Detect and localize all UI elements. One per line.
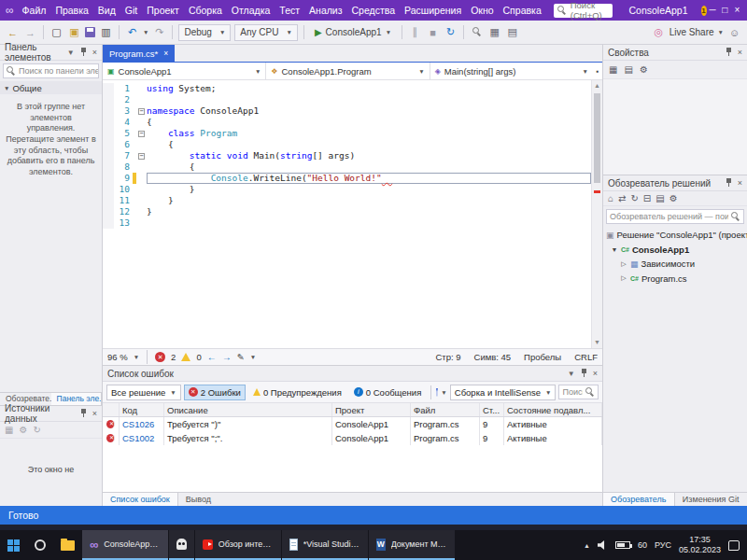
code-line-9[interactable]: 9 Console.WriteLine("Hello World!"	[103, 173, 591, 184]
fold-margin[interactable]: −	[136, 105, 147, 117]
platform-dropdown[interactable]: Any CPU ▼	[234, 24, 298, 41]
breakpoint-margin[interactable]	[103, 94, 114, 105]
breakpoint-margin[interactable]	[103, 195, 114, 206]
chevron-down-icon[interactable]: ▼	[568, 370, 575, 378]
code-line-11[interactable]: 11 }	[103, 195, 591, 206]
error-count[interactable]: 2	[171, 352, 176, 362]
breakpoint-margin[interactable]	[103, 105, 114, 117]
save-all-icon[interactable]: ▥	[99, 26, 113, 38]
split-window-handle[interactable]: ▪	[593, 63, 602, 79]
fold-margin[interactable]: −	[136, 128, 147, 139]
menu-tools[interactable]: Средства	[347, 2, 401, 19]
undo-dropdown-icon[interactable]: ▼	[143, 29, 148, 35]
tab-output[interactable]: Вывод	[178, 493, 218, 506]
breakpoint-margin[interactable]	[103, 184, 114, 195]
property-pages-icon[interactable]: ⚙	[640, 64, 648, 75]
code-text[interactable]: {	[147, 139, 591, 150]
taskbar-app-youtube[interactable]: Обзор интегриров...	[195, 530, 281, 560]
menu-view[interactable]: Вид	[93, 2, 120, 19]
code-text[interactable]: Console.WriteLine("Hello World!"	[147, 173, 591, 184]
code-line-7[interactable]: 7− static void Main(string[] args)	[103, 150, 591, 161]
error-code[interactable]: CS1026	[120, 417, 164, 431]
code-line-12[interactable]: 12}	[103, 206, 591, 217]
minimize-button[interactable]: ─	[707, 0, 719, 21]
code-line-5[interactable]: 5− class Program	[103, 128, 591, 139]
open-file-icon[interactable]: ▣	[67, 26, 81, 38]
pin-icon[interactable]	[580, 369, 588, 378]
home-icon[interactable]: ⌂	[608, 193, 613, 203]
breakpoint-margin[interactable]	[103, 83, 114, 94]
collapse-all-icon[interactable]: ⊟	[643, 193, 651, 203]
close-tab-icon[interactable]: ×	[163, 49, 168, 58]
pin-icon[interactable]	[725, 178, 733, 188]
expanded-chevron-icon[interactable]: ▼	[611, 246, 618, 253]
column-file[interactable]: Файл	[411, 403, 480, 416]
show-hidden-icons-chevron[interactable]: ▲	[584, 542, 590, 549]
pin-icon[interactable]	[79, 409, 88, 418]
code-line-8[interactable]: 8 {	[103, 161, 591, 173]
pin-icon[interactable]	[725, 48, 733, 57]
tab-program-cs[interactable]: Program.cs* ×	[103, 45, 175, 62]
fold-margin[interactable]: −	[136, 150, 147, 161]
start-button[interactable]	[0, 530, 27, 560]
live-share-label[interactable]: Live Share	[669, 27, 714, 37]
code-text[interactable]: static void Main(string[] args)	[147, 150, 591, 161]
errors-filter-button[interactable]: ✕ 2 Ошибки	[184, 385, 246, 400]
categorized-icon[interactable]: ▦	[609, 64, 617, 75]
code-line-3[interactable]: 3−namespace ConsoleApp1	[103, 105, 591, 117]
code-text[interactable]: }	[147, 184, 591, 195]
code-line-6[interactable]: 6 {	[103, 139, 591, 150]
menu-extensions[interactable]: Расширения	[400, 2, 466, 19]
error-search-input[interactable]: Поиск по списку ошибо	[558, 385, 599, 399]
solution-scope-icon[interactable]: ▦	[487, 26, 501, 38]
code-line-2[interactable]: 2	[103, 94, 591, 105]
code-text[interactable]	[147, 94, 591, 105]
find-in-files-icon[interactable]	[470, 27, 484, 38]
code-line-4[interactable]: 4{	[103, 117, 591, 128]
menu-file[interactable]: Файл	[18, 2, 51, 19]
status-spaces[interactable]: Пробелы	[524, 352, 561, 362]
live-share-icon[interactable]: ◎	[652, 26, 666, 38]
editor-vertical-scrollbar[interactable]: ▲ ▼	[591, 80, 602, 348]
breadcrumb-type-dropdown[interactable]: ❖ ConsoleApp1.Program ▼	[266, 63, 430, 79]
source-dropdown[interactable]: Сборка и IntelliSense ▼	[450, 385, 557, 400]
file-explorer-button[interactable]	[53, 530, 82, 560]
collapse-region-icon[interactable]: −	[138, 153, 145, 160]
breakpoint-margin[interactable]	[103, 217, 114, 229]
scroll-down-icon[interactable]: ▼	[592, 337, 602, 348]
taskbar-app-word[interactable]: W Документ Microso...	[369, 530, 455, 560]
collapse-region-icon[interactable]: −	[138, 131, 145, 137]
maximize-button[interactable]: □	[719, 0, 731, 21]
error-code[interactable]: CS1002	[120, 431, 164, 445]
properties-icon[interactable]: ⚙	[669, 193, 678, 203]
switch-views-icon[interactable]: ⇄	[618, 193, 626, 203]
configure-icon[interactable]: ⚙	[19, 425, 27, 435]
refresh-icon[interactable]: ↻	[33, 425, 40, 435]
error-row[interactable]: ✕ CS1002 Требуется ";". ConsoleApp1 Prog…	[103, 431, 602, 445]
code-line-13[interactable]: 13	[103, 217, 591, 229]
column-severity[interactable]	[103, 403, 120, 416]
code-editor[interactable]: 1using System;23−namespace ConsoleApp14{…	[103, 80, 602, 348]
tab-solution-explorer[interactable]: Обозреватель реше...	[603, 493, 675, 506]
breakpoint-margin[interactable]	[103, 150, 114, 161]
feedback-icon[interactable]: ☺	[727, 27, 741, 38]
tree-item-dependencies[interactable]: ▷ ▦ Зависимости	[603, 257, 747, 272]
scrollbar-thumb[interactable]	[594, 93, 600, 183]
tab-git-changes[interactable]: Изменения Git — По...	[675, 493, 747, 506]
collapsed-chevron-icon[interactable]: ▷	[620, 260, 627, 268]
pin-icon[interactable]	[79, 48, 88, 57]
breakpoint-margin[interactable]	[103, 161, 114, 173]
column-line[interactable]: Ст...	[480, 403, 504, 416]
refresh-icon[interactable]: ↻	[630, 193, 638, 203]
breakpoint-margin[interactable]	[103, 139, 114, 150]
toolbox-search-input[interactable]: Поиск по панели элемен	[3, 63, 99, 78]
code-text[interactable]: {	[147, 161, 591, 173]
action-center-icon[interactable]	[728, 540, 740, 551]
code-line-1[interactable]: 1using System;	[103, 83, 591, 94]
close-icon[interactable]: ×	[738, 48, 742, 57]
column-code[interactable]: Код	[120, 403, 164, 416]
close-icon[interactable]: ×	[92, 48, 97, 57]
break-all-icon[interactable]: ∥	[408, 26, 422, 38]
error-count-icon[interactable]: ✕	[155, 352, 165, 362]
breakpoint-margin[interactable]	[103, 173, 114, 184]
